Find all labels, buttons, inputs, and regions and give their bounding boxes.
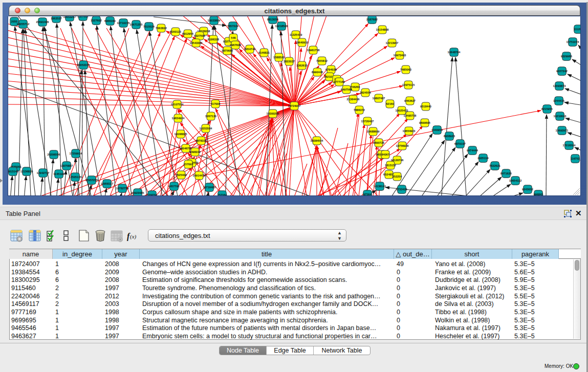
svg-text:111264: 111264 <box>574 28 580 31</box>
